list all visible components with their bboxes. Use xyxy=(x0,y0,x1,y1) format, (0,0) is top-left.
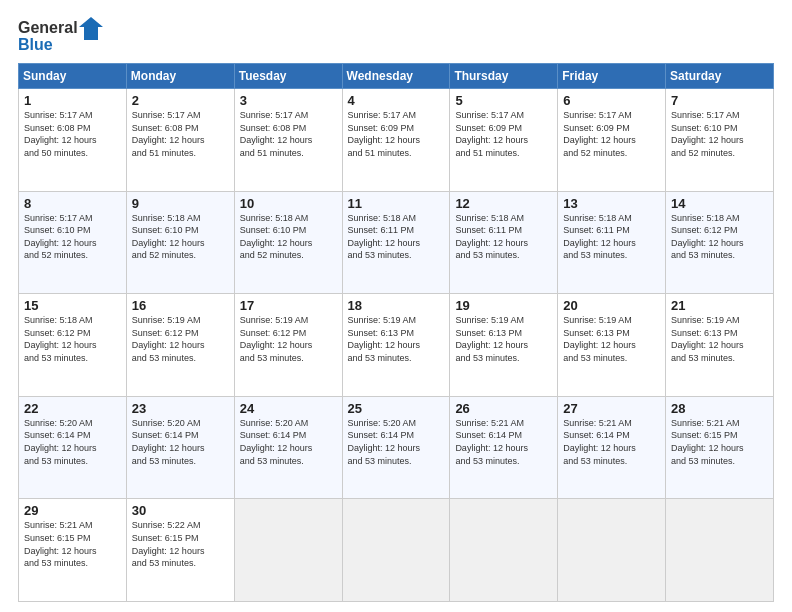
header: General Blue xyxy=(18,15,774,53)
logo-svg: General Blue xyxy=(18,15,108,53)
table-row: 12Sunrise: 5:18 AMSunset: 6:11 PMDayligh… xyxy=(450,191,558,294)
col-wednesday: Wednesday xyxy=(342,64,450,89)
calendar-week-2: 8Sunrise: 5:17 AMSunset: 6:10 PMDaylight… xyxy=(19,191,774,294)
col-monday: Monday xyxy=(126,64,234,89)
table-row: 20Sunrise: 5:19 AMSunset: 6:13 PMDayligh… xyxy=(558,294,666,397)
table-row: 30Sunrise: 5:22 AMSunset: 6:15 PMDayligh… xyxy=(126,499,234,602)
table-row: 13Sunrise: 5:18 AMSunset: 6:11 PMDayligh… xyxy=(558,191,666,294)
table-row: 4Sunrise: 5:17 AMSunset: 6:09 PMDaylight… xyxy=(342,89,450,192)
table-row: 15Sunrise: 5:18 AMSunset: 6:12 PMDayligh… xyxy=(19,294,127,397)
table-row: 18Sunrise: 5:19 AMSunset: 6:13 PMDayligh… xyxy=(342,294,450,397)
table-row: 17Sunrise: 5:19 AMSunset: 6:12 PMDayligh… xyxy=(234,294,342,397)
table-row: 1Sunrise: 5:17 AMSunset: 6:08 PMDaylight… xyxy=(19,89,127,192)
table-row: 9Sunrise: 5:18 AMSunset: 6:10 PMDaylight… xyxy=(126,191,234,294)
calendar-week-4: 22Sunrise: 5:20 AMSunset: 6:14 PMDayligh… xyxy=(19,396,774,499)
calendar-week-3: 15Sunrise: 5:18 AMSunset: 6:12 PMDayligh… xyxy=(19,294,774,397)
table-row: 11Sunrise: 5:18 AMSunset: 6:11 PMDayligh… xyxy=(342,191,450,294)
table-row: 25Sunrise: 5:20 AMSunset: 6:14 PMDayligh… xyxy=(342,396,450,499)
calendar-week-1: 1Sunrise: 5:17 AMSunset: 6:08 PMDaylight… xyxy=(19,89,774,192)
col-saturday: Saturday xyxy=(666,64,774,89)
svg-marker-2 xyxy=(79,17,103,40)
calendar-table: Sunday Monday Tuesday Wednesday Thursday… xyxy=(18,63,774,602)
calendar-week-5: 29Sunrise: 5:21 AMSunset: 6:15 PMDayligh… xyxy=(19,499,774,602)
table-row: 21Sunrise: 5:19 AMSunset: 6:13 PMDayligh… xyxy=(666,294,774,397)
col-tuesday: Tuesday xyxy=(234,64,342,89)
table-row xyxy=(450,499,558,602)
table-row: 2Sunrise: 5:17 AMSunset: 6:08 PMDaylight… xyxy=(126,89,234,192)
table-row: 14Sunrise: 5:18 AMSunset: 6:12 PMDayligh… xyxy=(666,191,774,294)
table-row: 6Sunrise: 5:17 AMSunset: 6:09 PMDaylight… xyxy=(558,89,666,192)
table-row: 10Sunrise: 5:18 AMSunset: 6:10 PMDayligh… xyxy=(234,191,342,294)
col-sunday: Sunday xyxy=(19,64,127,89)
table-row: 27Sunrise: 5:21 AMSunset: 6:14 PMDayligh… xyxy=(558,396,666,499)
table-row: 26Sunrise: 5:21 AMSunset: 6:14 PMDayligh… xyxy=(450,396,558,499)
table-row: 29Sunrise: 5:21 AMSunset: 6:15 PMDayligh… xyxy=(19,499,127,602)
logo: General Blue xyxy=(18,15,108,53)
table-row: 22Sunrise: 5:20 AMSunset: 6:14 PMDayligh… xyxy=(19,396,127,499)
table-row xyxy=(558,499,666,602)
table-row xyxy=(342,499,450,602)
svg-text:General: General xyxy=(18,19,78,36)
col-friday: Friday xyxy=(558,64,666,89)
table-row: 28Sunrise: 5:21 AMSunset: 6:15 PMDayligh… xyxy=(666,396,774,499)
table-row: 3Sunrise: 5:17 AMSunset: 6:08 PMDaylight… xyxy=(234,89,342,192)
page: General Blue Sunday Monday Tuesday Wedne… xyxy=(0,0,792,612)
table-row: 24Sunrise: 5:20 AMSunset: 6:14 PMDayligh… xyxy=(234,396,342,499)
table-row: 19Sunrise: 5:19 AMSunset: 6:13 PMDayligh… xyxy=(450,294,558,397)
table-row: 8Sunrise: 5:17 AMSunset: 6:10 PMDaylight… xyxy=(19,191,127,294)
table-row xyxy=(666,499,774,602)
table-row: 7Sunrise: 5:17 AMSunset: 6:10 PMDaylight… xyxy=(666,89,774,192)
col-thursday: Thursday xyxy=(450,64,558,89)
calendar-header-row: Sunday Monday Tuesday Wednesday Thursday… xyxy=(19,64,774,89)
table-row xyxy=(234,499,342,602)
table-row: 16Sunrise: 5:19 AMSunset: 6:12 PMDayligh… xyxy=(126,294,234,397)
svg-text:Blue: Blue xyxy=(18,36,53,53)
table-row: 23Sunrise: 5:20 AMSunset: 6:14 PMDayligh… xyxy=(126,396,234,499)
table-row: 5Sunrise: 5:17 AMSunset: 6:09 PMDaylight… xyxy=(450,89,558,192)
